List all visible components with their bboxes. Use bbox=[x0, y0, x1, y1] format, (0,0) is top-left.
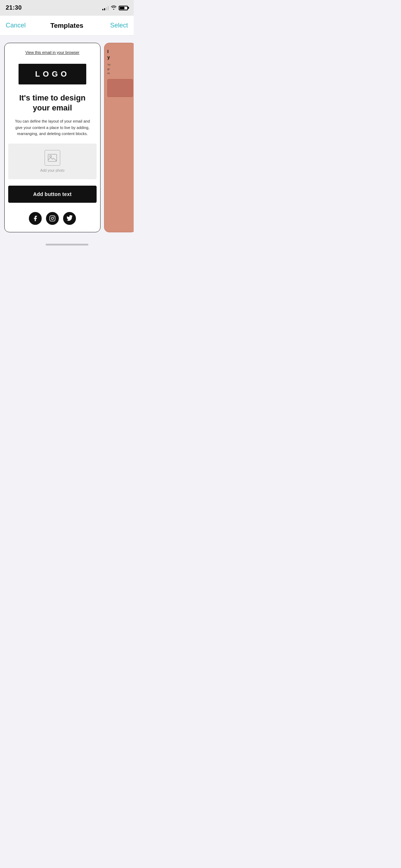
svg-rect-2 bbox=[50, 216, 55, 221]
logo-text: LOGO bbox=[35, 69, 70, 79]
signal-icon bbox=[102, 5, 109, 10]
status-time: 21:30 bbox=[6, 4, 22, 11]
wifi-icon bbox=[111, 5, 117, 11]
template-card-1[interactable]: View this email in your browser LOGO It'… bbox=[4, 43, 101, 232]
battery-icon bbox=[119, 6, 128, 10]
template-card-2[interactable]: Iy Yogire bbox=[104, 43, 134, 232]
email-body-text: You can define the layout of your email … bbox=[5, 118, 100, 137]
templates-list: View this email in your browser LOGO It'… bbox=[0, 36, 134, 239]
social-icons bbox=[29, 212, 76, 225]
home-indicator bbox=[0, 239, 134, 248]
t2-body: Yogire bbox=[107, 63, 133, 76]
svg-point-4 bbox=[53, 217, 54, 217]
select-button[interactable]: Select bbox=[103, 22, 128, 29]
page-title: Templates bbox=[31, 22, 103, 30]
svg-point-3 bbox=[51, 217, 53, 219]
facebook-icon[interactable] bbox=[29, 212, 42, 225]
nav-bar: Cancel Templates Select bbox=[0, 16, 134, 36]
status-bar: 21:30 bbox=[0, 0, 134, 16]
t2-photo-placeholder bbox=[107, 79, 133, 97]
svg-rect-0 bbox=[48, 154, 57, 161]
email-headline: It's time to design your email bbox=[5, 93, 100, 113]
photo-placeholder[interactable]: Add your photo bbox=[8, 144, 97, 179]
svg-point-1 bbox=[50, 156, 52, 157]
twitter-icon[interactable] bbox=[63, 212, 76, 225]
t2-headline: Iy bbox=[107, 49, 133, 60]
home-bar bbox=[46, 244, 88, 246]
logo-block: LOGO bbox=[19, 64, 86, 84]
view-email-link[interactable]: View this email in your browser bbox=[22, 50, 83, 55]
add-photo-label: Add your photo bbox=[40, 169, 65, 172]
status-icons bbox=[102, 5, 128, 11]
image-placeholder-icon bbox=[45, 150, 60, 166]
instagram-icon[interactable] bbox=[46, 212, 59, 225]
cta-button[interactable]: Add button text bbox=[8, 186, 97, 203]
cancel-button[interactable]: Cancel bbox=[6, 22, 31, 29]
